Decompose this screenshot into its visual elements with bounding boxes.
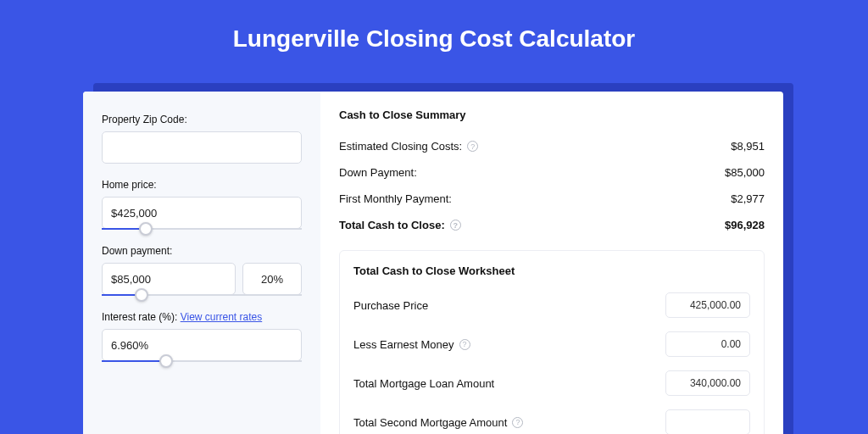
worksheet-row-label: Total Mortgage Loan Amount (353, 377, 494, 390)
home-price-label: Home price: (102, 179, 302, 191)
help-icon[interactable]: ? (459, 339, 470, 350)
interest-rate-input[interactable] (102, 329, 302, 361)
worksheet-value-earnest-money[interactable]: 0.00 (665, 331, 750, 357)
inputs-panel: Property Zip Code: Home price: Down paym… (83, 92, 320, 434)
worksheet-title: Total Cash to Close Worksheet (353, 264, 750, 277)
zip-label: Property Zip Code: (102, 114, 302, 125)
worksheet-value-mortgage-loan[interactable]: 340,000.00 (665, 370, 750, 396)
summary-row-first-monthly: First Monthly Payment: $2,977 (339, 186, 765, 212)
slider-fill (102, 360, 166, 362)
interest-rate-label: Interest rate (%): View current rates (102, 311, 302, 323)
summary-row-label: Total Cash to Close: (339, 219, 445, 231)
down-payment-slider[interactable] (102, 294, 302, 296)
summary-title: Cash to Close Summary (339, 108, 765, 121)
worksheet-row-label: Purchase Price (353, 299, 428, 312)
worksheet-value-second-mortgage[interactable] (665, 409, 750, 434)
summary-row-value: $85,000 (725, 166, 765, 179)
summary-row-value: $8,951 (731, 140, 765, 153)
help-icon[interactable]: ? (512, 417, 523, 428)
worksheet-row-mortgage-loan: Total Mortgage Loan Amount 340,000.00 (353, 364, 750, 403)
down-payment-label: Down payment: (102, 245, 302, 257)
worksheet-row-earnest-money: Less Earnest Money ? 0.00 (353, 325, 750, 364)
help-icon[interactable]: ? (450, 220, 461, 231)
view-rates-link[interactable]: View current rates (181, 311, 263, 323)
summary-row-label: Estimated Closing Costs: (339, 140, 462, 153)
worksheet-row-purchase-price: Purchase Price 425,000.00 (353, 286, 750, 325)
summary-row-value: $2,977 (731, 192, 765, 205)
worksheet-value-purchase-price[interactable]: 425,000.00 (665, 292, 750, 318)
help-icon[interactable]: ? (467, 141, 478, 152)
home-price-slider[interactable] (102, 228, 302, 230)
zip-field-group: Property Zip Code: (102, 114, 302, 164)
summary-row-label: First Monthly Payment: (339, 192, 452, 205)
interest-rate-label-text: Interest rate (%): (102, 311, 181, 323)
summary-row-value: $96,928 (725, 219, 765, 231)
summary-row-label: Down Payment: (339, 166, 417, 179)
slider-thumb[interactable] (159, 354, 173, 368)
worksheet-row-label: Total Second Mortgage Amount (353, 416, 507, 429)
summary-row-total-cash: Total Cash to Close: ? $96,928 (339, 212, 765, 238)
zip-input[interactable] (102, 131, 302, 164)
worksheet-row-label: Less Earnest Money (353, 338, 454, 351)
page-title: Lungerville Closing Cost Calculator (233, 25, 636, 53)
slider-thumb[interactable] (139, 222, 153, 236)
summary-row-closing-costs: Estimated Closing Costs: ? $8,951 (339, 133, 765, 159)
worksheet-box: Total Cash to Close Worksheet Purchase P… (339, 250, 765, 434)
worksheet-row-second-mortgage: Total Second Mortgage Amount ? (353, 403, 750, 434)
home-price-field-group: Home price: (102, 179, 302, 230)
results-panel: Cash to Close Summary Estimated Closing … (320, 92, 783, 434)
slider-thumb[interactable] (135, 288, 148, 302)
down-payment-amount-input[interactable] (102, 263, 236, 295)
interest-rate-slider[interactable] (102, 360, 302, 362)
home-price-input[interactable] (102, 197, 302, 229)
down-payment-field-group: Down payment: (102, 245, 302, 296)
interest-rate-field-group: Interest rate (%): View current rates (102, 311, 302, 362)
calculator-card: Property Zip Code: Home price: Down paym… (83, 92, 783, 434)
summary-row-down-payment: Down Payment: $85,000 (339, 159, 765, 186)
down-payment-percent-input[interactable] (242, 263, 302, 295)
